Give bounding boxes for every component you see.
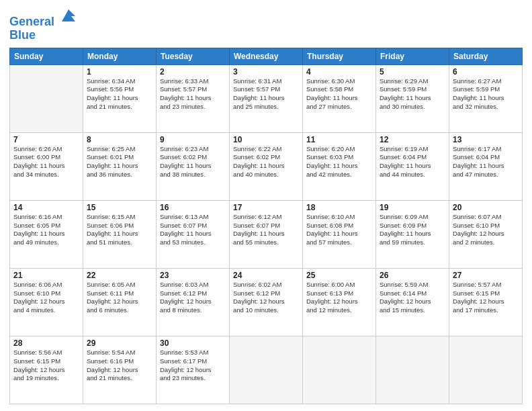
day-number: 24 [233,271,299,280]
cell-info: Sunrise: 5:56 AM Sunset: 6:15 PM Dayligh… [13,349,79,383]
logo-text: General [9,9,78,29]
calendar-cell: 20Sunrise: 6:07 AM Sunset: 6:10 PM Dayli… [449,200,523,268]
day-number: 11 [306,135,372,144]
calendar-cell [230,336,303,404]
calendar-cell: 6Sunrise: 6:27 AM Sunset: 5:59 PM Daylig… [449,64,523,132]
day-number: 29 [87,338,152,348]
day-number: 4 [306,67,372,77]
cell-info: Sunrise: 6:07 AM Sunset: 6:10 PM Dayligh… [453,213,519,247]
cell-info: Sunrise: 5:53 AM Sunset: 6:17 PM Dayligh… [160,349,226,383]
cell-info: Sunrise: 6:27 AM Sunset: 5:59 PM Dayligh… [453,77,519,111]
calendar-cell [376,336,449,404]
svg-marker-0 [62,9,75,21]
cell-info: Sunrise: 5:59 AM Sunset: 6:14 PM Dayligh… [380,281,445,315]
cell-info: Sunrise: 5:54 AM Sunset: 6:16 PM Dayligh… [87,349,152,383]
calendar-cell: 26Sunrise: 5:59 AM Sunset: 6:14 PM Dayli… [376,268,449,336]
calendar-cell: 18Sunrise: 6:10 AM Sunset: 6:08 PM Dayli… [303,200,376,268]
cell-info: Sunrise: 6:10 AM Sunset: 6:08 PM Dayligh… [306,213,372,247]
calendar-cell: 13Sunrise: 6:17 AM Sunset: 6:04 PM Dayli… [449,132,523,200]
col-header-saturday: Saturday [449,48,523,64]
calendar-cell: 23Sunrise: 6:03 AM Sunset: 6:12 PM Dayli… [157,268,230,336]
col-header-thursday: Thursday [303,48,376,64]
calendar-cell [10,64,83,132]
calendar-cell: 2Sunrise: 6:33 AM Sunset: 5:57 PM Daylig… [157,64,230,132]
calendar-cell: 8Sunrise: 6:25 AM Sunset: 6:01 PM Daylig… [83,132,157,200]
calendar-cell: 11Sunrise: 6:20 AM Sunset: 6:03 PM Dayli… [303,132,376,200]
calendar-cell: 17Sunrise: 6:12 AM Sunset: 6:07 PM Dayli… [230,200,303,268]
day-number: 13 [453,135,519,144]
cell-info: Sunrise: 6:20 AM Sunset: 6:03 PM Dayligh… [306,145,372,179]
calendar-cell: 24Sunrise: 6:02 AM Sunset: 6:12 PM Dayli… [230,268,303,336]
logo-icon [59,7,78,26]
logo: General Blue [9,9,78,42]
cell-info: Sunrise: 6:26 AM Sunset: 6:00 PM Dayligh… [13,145,79,179]
cell-info: Sunrise: 6:12 AM Sunset: 6:07 PM Dayligh… [233,213,299,247]
col-header-tuesday: Tuesday [157,48,230,64]
calendar-cell: 29Sunrise: 5:54 AM Sunset: 6:16 PM Dayli… [83,336,157,404]
week-row-1: 7Sunrise: 6:26 AM Sunset: 6:00 PM Daylig… [10,132,523,200]
calendar-cell: 5Sunrise: 6:29 AM Sunset: 5:59 PM Daylig… [376,64,449,132]
cell-info: Sunrise: 6:29 AM Sunset: 5:59 PM Dayligh… [380,77,445,111]
cell-info: Sunrise: 6:09 AM Sunset: 6:09 PM Dayligh… [380,213,445,247]
day-number: 20 [453,203,519,212]
week-row-2: 14Sunrise: 6:16 AM Sunset: 6:05 PM Dayli… [10,200,523,268]
calendar-cell: 7Sunrise: 6:26 AM Sunset: 6:00 PM Daylig… [10,132,83,200]
cell-info: Sunrise: 6:15 AM Sunset: 6:06 PM Dayligh… [87,213,152,247]
cell-info: Sunrise: 6:22 AM Sunset: 6:02 PM Dayligh… [233,145,299,179]
calendar-cell: 21Sunrise: 6:06 AM Sunset: 6:10 PM Dayli… [10,268,83,336]
cell-info: Sunrise: 6:00 AM Sunset: 6:13 PM Dayligh… [306,281,372,315]
week-row-3: 21Sunrise: 6:06 AM Sunset: 6:10 PM Dayli… [10,268,523,336]
calendar-cell: 12Sunrise: 6:19 AM Sunset: 6:04 PM Dayli… [376,132,449,200]
header-row: SundayMondayTuesdayWednesdayThursdayFrid… [10,48,523,64]
day-number: 9 [160,135,226,144]
day-number: 10 [233,135,299,144]
cell-info: Sunrise: 6:23 AM Sunset: 6:02 PM Dayligh… [160,145,226,179]
day-number: 19 [380,203,445,212]
day-number: 18 [306,203,372,212]
calendar-cell: 4Sunrise: 6:30 AM Sunset: 5:58 PM Daylig… [303,64,376,132]
day-number: 1 [87,67,152,77]
cell-info: Sunrise: 6:03 AM Sunset: 6:12 PM Dayligh… [160,281,226,315]
col-header-monday: Monday [83,48,157,64]
calendar-cell: 27Sunrise: 5:57 AM Sunset: 6:15 PM Dayli… [449,268,523,336]
cell-info: Sunrise: 6:13 AM Sunset: 6:07 PM Dayligh… [160,213,226,247]
day-number: 6 [453,67,519,77]
day-number: 22 [87,271,152,280]
day-number: 8 [87,135,152,144]
day-number: 16 [160,203,226,212]
cell-info: Sunrise: 5:57 AM Sunset: 6:15 PM Dayligh… [453,281,519,315]
day-number: 5 [380,67,445,77]
calendar-cell: 14Sunrise: 6:16 AM Sunset: 6:05 PM Dayli… [10,200,83,268]
calendar-cell [449,336,523,404]
col-header-sunday: Sunday [10,48,83,64]
cell-info: Sunrise: 6:19 AM Sunset: 6:04 PM Dayligh… [380,145,445,179]
col-header-wednesday: Wednesday [230,48,303,64]
cell-info: Sunrise: 6:17 AM Sunset: 6:04 PM Dayligh… [453,145,519,179]
calendar-cell: 16Sunrise: 6:13 AM Sunset: 6:07 PM Dayli… [157,200,230,268]
cell-info: Sunrise: 6:25 AM Sunset: 6:01 PM Dayligh… [87,145,152,179]
day-number: 26 [380,271,445,280]
cell-info: Sunrise: 6:31 AM Sunset: 5:57 PM Dayligh… [233,77,299,111]
cell-info: Sunrise: 6:34 AM Sunset: 5:56 PM Dayligh… [87,77,152,111]
day-number: 25 [306,271,372,280]
day-number: 27 [453,271,519,280]
calendar-cell: 10Sunrise: 6:22 AM Sunset: 6:02 PM Dayli… [230,132,303,200]
col-header-friday: Friday [376,48,449,64]
day-number: 17 [233,203,299,212]
calendar-cell: 15Sunrise: 6:15 AM Sunset: 6:06 PM Dayli… [83,200,157,268]
day-number: 23 [160,271,226,280]
cell-info: Sunrise: 6:16 AM Sunset: 6:05 PM Dayligh… [13,213,79,247]
week-row-4: 28Sunrise: 5:56 AM Sunset: 6:15 PM Dayli… [10,336,523,404]
day-number: 7 [13,135,79,144]
calendar-cell: 22Sunrise: 6:05 AM Sunset: 6:11 PM Dayli… [83,268,157,336]
day-number: 3 [233,67,299,77]
day-number: 30 [160,338,226,348]
day-number: 15 [87,203,152,212]
calendar-cell: 28Sunrise: 5:56 AM Sunset: 6:15 PM Dayli… [10,336,83,404]
day-number: 2 [160,67,226,77]
week-row-0: 1Sunrise: 6:34 AM Sunset: 5:56 PM Daylig… [10,64,523,132]
calendar-cell: 19Sunrise: 6:09 AM Sunset: 6:09 PM Dayli… [376,200,449,268]
cell-info: Sunrise: 6:05 AM Sunset: 6:11 PM Dayligh… [87,281,152,315]
calendar-cell: 9Sunrise: 6:23 AM Sunset: 6:02 PM Daylig… [157,132,230,200]
logo-general: General [9,15,54,28]
